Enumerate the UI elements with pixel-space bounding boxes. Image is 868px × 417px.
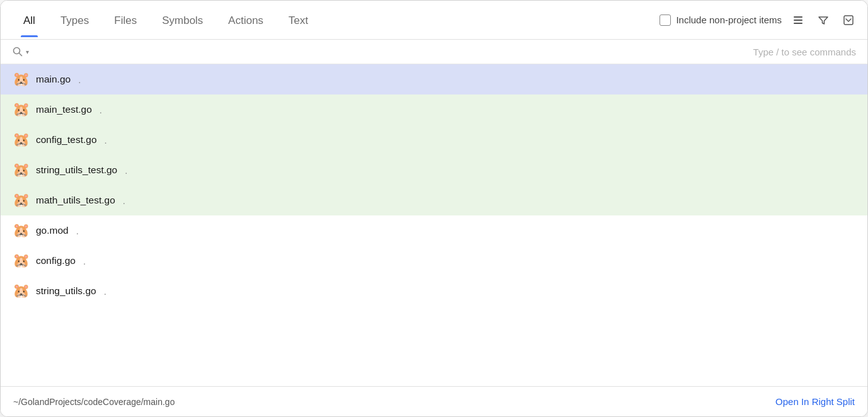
file-type-icon: 🐹 [12,71,30,88]
file-type-icon: 🐹 [12,101,30,118]
file-name: main_test.go [36,104,92,115]
file-name: math_utils_test.go [36,195,115,206]
tab-all[interactable]: All [11,3,48,37]
list-item[interactable]: 🐹math_utils_test.go . [1,185,867,215]
svg-rect-2 [794,23,802,24]
file-type-icon: 🐹 [12,282,30,300]
tab-text[interactable]: Text [276,3,321,37]
list-item[interactable]: 🐹string_utils_test.go . [1,155,867,185]
file-list: 🐹main.go .🐹main_test.go .🐹config_test.go… [1,64,867,386]
status-bar: ~/GolandProjects/codeCoverage/main.go Op… [1,386,867,416]
svg-rect-0 [794,16,802,18]
include-non-project-checkbox[interactable] [660,14,671,26]
list-item[interactable]: 🐹main.go . [1,64,867,94]
file-name: config.go [36,255,76,266]
file-type-icon: 🐹 [12,191,30,209]
collapse-button[interactable] [840,11,857,29]
svg-rect-3 [844,16,853,25]
list-item[interactable]: 🐹go.mod . [1,215,867,246]
search-dialog: AllTypesFilesSymbolsActionsText Include … [0,0,868,417]
file-dot: . [76,226,79,236]
file-type-icon: 🐹 [12,222,30,239]
file-dot: . [123,195,125,206]
file-dot: . [83,256,86,266]
list-view-button[interactable] [789,11,807,29]
search-placeholder-text: Type / to see commands [29,47,856,57]
list-item[interactable]: 🐹string_utils.go . [1,276,867,306]
file-name: config_test.go [36,134,97,146]
tab-actions[interactable]: Actions [215,3,276,37]
include-non-project-label[interactable]: Include non-project items [660,14,782,26]
search-icon-wrap[interactable]: ▾ [12,46,29,57]
list-item[interactable]: 🐹config.go . [1,246,867,276]
file-type-icon: 🐹 [12,131,30,149]
tab-types[interactable]: Types [48,3,101,37]
file-dot: . [100,105,102,115]
file-dot: . [105,135,107,146]
file-type-icon: 🐹 [12,252,30,270]
file-dot: . [104,286,106,297]
file-name: string_utils.go [36,285,96,297]
search-icon [12,46,23,57]
include-non-project-text: Include non-project items [676,14,782,25]
file-name: go.mod [36,225,69,236]
tab-bar: AllTypesFilesSymbolsActionsText Include … [1,1,867,40]
open-in-right-split-button[interactable]: Open In Right Split [775,396,855,407]
tabs-right: Include non-project items [660,11,857,29]
status-path: ~/GolandProjects/codeCoverage/main.go [13,397,174,407]
svg-rect-1 [794,20,802,21]
file-type-icon: 🐹 [12,161,30,179]
file-name: string_utils_test.go [36,164,117,176]
svg-line-5 [20,54,22,56]
search-bar: ▾ Type / to see commands [1,40,867,64]
filter-button[interactable] [814,11,832,29]
tab-symbols[interactable]: Symbols [149,3,215,37]
file-dot: . [125,165,127,176]
list-item[interactable]: 🐹config_test.go . [1,125,867,155]
file-dot: . [78,74,81,85]
list-item[interactable]: 🐹main_test.go . [1,94,867,125]
file-name: main.go [36,74,71,85]
tabs-left: AllTypesFilesSymbolsActionsText [11,3,660,37]
tab-files[interactable]: Files [101,3,149,37]
